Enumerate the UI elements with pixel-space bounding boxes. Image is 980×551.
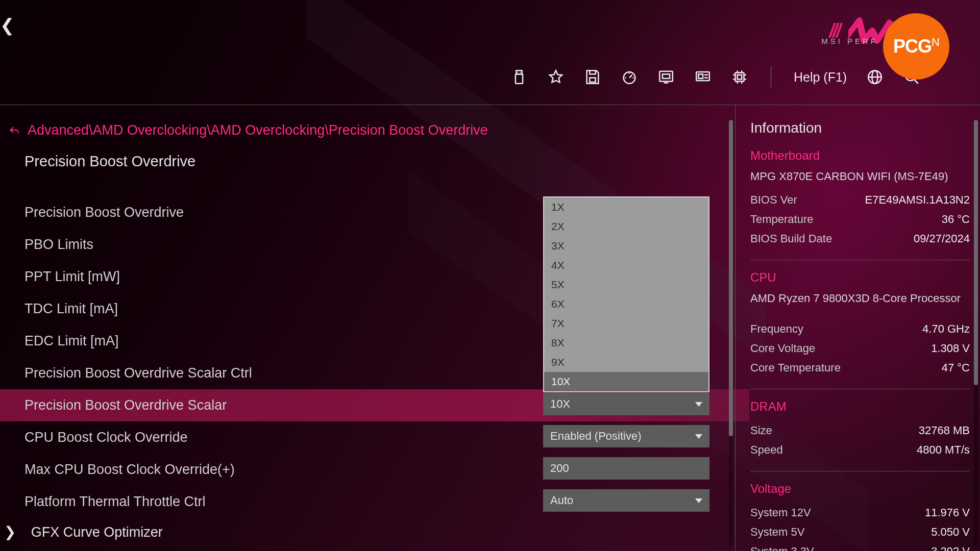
thermal-select[interactable]: Auto [543,489,709,512]
svg-rect-4 [590,78,595,82]
usb-icon[interactable] [510,68,528,86]
right-scrollbar-thumb[interactable] [974,120,978,385]
scalar-option[interactable]: 8X [544,333,708,353]
caret-down-icon [695,498,702,503]
scalar-option[interactable]: 10X [544,372,708,391]
info-mb-heading: Motherboard [750,148,970,163]
top-toolbar: Help (F1) [510,66,920,88]
scalar-option[interactable]: 3X [544,236,708,256]
info-mb-biosver-v: E7E49AMSI.1A13N2 [865,190,970,210]
svg-rect-11 [663,74,670,79]
info-dram-size-v: 32768 MB [919,421,970,440]
chevron-right-icon: ❯ [4,524,16,540]
svg-rect-1 [516,74,523,83]
row-tdc[interactable]: TDC Limit [mA] [24,301,540,317]
thermal-value: Auto [550,494,573,507]
info-cpu-ctemp-v: 47 °C [942,358,970,378]
row-max-override[interactable]: Max CPU Boost Clock Override(+) [24,462,540,478]
info-dram-size-k: Size [750,421,772,440]
scalar-option[interactable]: 9X [544,353,708,372]
row-pbo-limits[interactable]: PBO Limits [24,237,540,253]
scalar-option[interactable]: 2X [544,217,708,236]
back-button[interactable]: ❮ [0,16,14,34]
header-divider [0,105,980,105]
scalar-option[interactable]: 6X [544,294,708,314]
info-mb-temp-k: Temperature [750,210,814,229]
info-cpu-heading: CPU [750,270,970,285]
svg-rect-17 [736,73,744,82]
favorite-icon[interactable] [547,68,565,86]
svg-rect-14 [699,74,703,79]
scalar-select-value: 10X [550,397,570,411]
info-v12-k: System 12V [750,503,811,522]
boost-override-select[interactable]: Enabled (Positive) [543,425,709,447]
info-mb-model: MPG X870E CARBON WIFI (MS-7E49) [750,170,970,183]
row-edc[interactable]: EDC Limit [mA] [24,333,540,349]
info-cpu-freq-k: Frequency [750,319,803,339]
hw-monitor-icon[interactable] [657,68,675,86]
language-icon[interactable] [866,68,884,86]
row-scalar-ctrl[interactable]: Precision Boost Overdrive Scalar Ctrl [24,365,540,381]
info-cpu-volt-k: Core Voltage [750,339,815,358]
pcgn-badge: PCGN [883,13,949,80]
info-mb-build-k: BIOS Build Date [750,229,832,248]
scalar-option[interactable]: 4X [544,256,708,275]
info-cpu-ctemp-k: Core Temperature [750,358,841,378]
svg-rect-18 [738,75,742,80]
info-title: Information [750,120,970,136]
scalar-option[interactable]: 5X [544,275,708,294]
column-divider [735,105,736,551]
info-v12-v: 11.976 V [925,503,970,522]
row-thermal[interactable]: Platform Thermal Throttle Ctrl [24,494,540,510]
info-mb-build-v: 09/27/2024 [914,229,970,248]
cpu-icon[interactable] [731,68,748,86]
badge-text: PCG [893,36,932,57]
svg-line-31 [914,80,918,84]
left-scrollbar-thumb[interactable] [729,120,733,436]
profile-save-icon[interactable] [584,68,601,86]
help-button[interactable]: Help (F1) [794,70,847,85]
info-cpu-volt-v: 1.308 V [931,339,970,358]
page-title: Precision Boost Overdrive [24,153,725,170]
scalar-select[interactable]: 10X [543,393,709,415]
info-separator [750,389,970,389]
row-boost-override[interactable]: CPU Boost Clock Override [24,430,540,445]
info-dram-speed-k: Speed [750,440,783,460]
row-pbo[interactable]: Precision Boost Overdrive [24,205,540,220]
row-gfx-optimizer[interactable]: ❯ GFX Curve Optimizer [4,523,163,540]
info-cpu-freq-v: 4.70 GHz [922,319,970,339]
svg-rect-10 [659,71,673,82]
toolbar-separator [771,66,771,88]
info-cpu-group: CPU AMD Ryzen 7 9800X3D 8-Core Processor… [750,270,970,378]
info-mb-temp-v: 36 °C [942,210,970,229]
info-v5-k: System 5V [750,522,804,542]
dashboard-icon[interactable] [621,68,638,86]
row-ppt[interactable]: PPT Limit [mW] [24,269,540,285]
scalar-option[interactable]: 1X [544,197,708,217]
svg-line-6 [629,75,632,78]
badge-super: N [932,36,939,48]
info-v33-k: System 3.3V [750,542,814,551]
info-cpu-model: AMD Ryzen 7 9800X3D 8-Core Processor [750,292,970,305]
info-v5-v: 5.050 V [931,522,970,542]
brand-subtitle: MSI PERF [821,37,878,45]
boost-override-value: Enabled (Positive) [550,430,642,443]
info-dram-speed-v: 4800 MT/s [917,440,970,460]
info-separator [750,260,970,260]
row-scalar[interactable]: Precision Boost Overdrive Scalar [24,397,540,413]
breadcrumb[interactable]: Advanced\AMD Overclocking\AMD Overclocki… [7,122,488,138]
info-mb-biosver-k: BIOS Ver [750,190,797,210]
info-dram-group: DRAM Size32768 MB Speed4800 MT/s [750,399,970,460]
info-volt-heading: Voltage [750,482,970,496]
max-override-field[interactable]: 200 [543,457,709,480]
max-override-value: 200 [550,462,569,475]
caret-down-icon [695,434,702,439]
board-explorer-icon[interactable] [694,68,712,86]
breadcrumb-back-icon[interactable] [7,124,20,137]
scalar-option[interactable]: 7X [544,314,708,333]
scalar-dropdown[interactable]: 1X2X3X4X5X6X7X8X9X10X [543,196,709,392]
info-v33-v: 3.292 V [931,542,970,551]
breadcrumb-path: Advanced\AMD Overclocking\AMD Overclocki… [28,122,488,138]
info-dram-heading: DRAM [750,399,970,414]
info-motherboard-group: Motherboard MPG X870E CARBON WIFI (MS-7E… [750,148,970,248]
